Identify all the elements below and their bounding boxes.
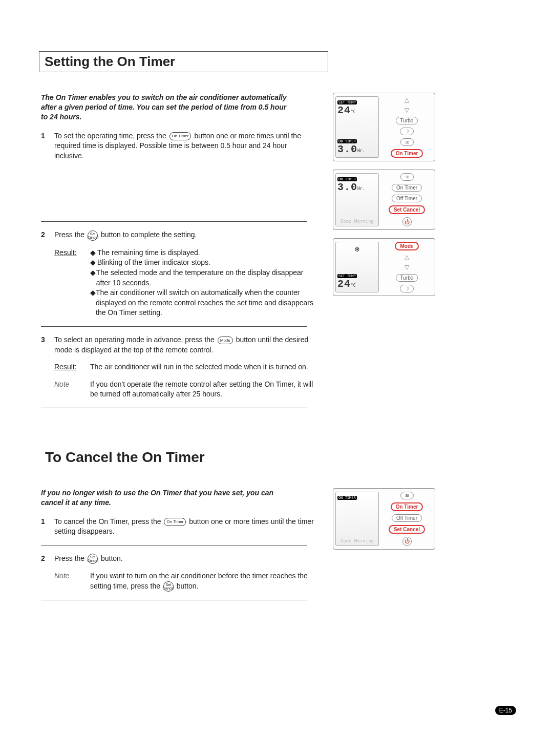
up-icon: △ — [405, 96, 409, 103]
step: 2 Press the Set Cancel button to complet… — [31, 230, 317, 318]
good-morning-label: Good Morning — [337, 538, 377, 543]
section-intro: The On Timer enables you to switch on th… — [41, 93, 287, 122]
result-label: Result: — [54, 362, 90, 372]
lcd-timer-unit: Hr. — [357, 149, 365, 153]
diamond-icon: ◆ — [90, 248, 97, 258]
step-text: button to complete the setting. — [101, 230, 197, 239]
page-number-badge: E-15 — [495, 706, 516, 715]
on-timer-button: On Timer — [392, 184, 422, 192]
divider — [41, 545, 307, 545]
step-number: 1 — [41, 517, 54, 537]
step-text: To cancel the On Timer, press the — [54, 517, 163, 526]
illustration-column: ON TIMER Good Morning ≋ On Timer Off Tim… — [333, 488, 435, 608]
lcd-temp-unit: °C — [351, 283, 356, 288]
illustration-column: SET TEMP 24°C ON TIMER 3.0Hr. △ ▽ Turbo … — [333, 93, 435, 416]
lcd-temp: 24 — [337, 104, 351, 116]
good-morning-label: Good Morning — [337, 219, 377, 224]
step-number: 2 — [41, 554, 54, 592]
step: 1 To cancel the On Timer, press the On T… — [31, 517, 317, 537]
result-item: Blinking of the timer indicator stops. — [97, 258, 210, 268]
air-swing-icon: ≋ — [400, 492, 414, 499]
step: 3 To select an operating mode in advance… — [31, 335, 317, 400]
mode-button-highlight: Mode — [395, 242, 418, 250]
step: 1 To set the operating time, press the O… — [31, 131, 317, 161]
on-timer-button-icon: On Timer — [164, 518, 186, 526]
section-title-bar: Setting the On Timer — [39, 51, 328, 72]
step-text: To select an operating mode in advance, … — [54, 335, 217, 344]
off-timer-button: Off Timer — [392, 514, 422, 522]
step-text: To set the operating time, press the — [54, 132, 168, 140]
note-label: Note — [54, 571, 90, 592]
note-text: If you don't operate the remote control … — [90, 380, 317, 400]
section-intro: If you no longer wish to use the On Time… — [41, 488, 287, 508]
step-text: button. — [101, 554, 123, 562]
lcd-temp-unit: °C — [351, 110, 356, 114]
power-icon: ⏻ — [402, 537, 412, 546]
on-timer-button-highlight: On Timer — [391, 502, 423, 511]
section-title-bar: To Cancel the On Timer — [39, 447, 328, 468]
section-title: To Cancel the On Timer — [45, 449, 323, 466]
result-text: The air conditioner will run in the sele… — [90, 362, 317, 372]
result-label: Result: — [54, 248, 90, 318]
instructions-column: If you no longer wish to use the On Time… — [31, 488, 317, 608]
step-number: 2 — [41, 230, 54, 318]
remote-illustration: ON TIMER Good Morning ≋ On Timer Off Tim… — [333, 488, 435, 550]
result-item: The air conditioner will switch on autom… — [96, 288, 317, 318]
on-timer-tag: ON TIMER — [337, 496, 357, 500]
turbo-button: Turbo — [396, 117, 418, 124]
step-text: Press the — [54, 230, 87, 239]
step-number: 3 — [41, 335, 54, 400]
section-title: Setting the On Timer — [45, 54, 323, 70]
lcd-timer-unit: Hr. — [357, 186, 365, 191]
step: 2 Press the Set Cancel button. Note If y… — [31, 554, 317, 592]
instructions-column: The On Timer enables you to switch on th… — [31, 93, 317, 416]
remote-lcd: ❄ SET TEMP 24°C — [335, 242, 379, 292]
remote-lcd: SET TEMP 24°C ON TIMER 3.0Hr. — [335, 96, 379, 158]
mode-button-icon: Mode — [218, 337, 233, 344]
diamond-icon: ◆ — [90, 268, 96, 288]
sleep-icon: ☽ — [400, 285, 414, 292]
sleep-icon: ☽ — [400, 128, 414, 135]
result-item: The remaining time is displayed. — [97, 248, 200, 258]
remote-illustration: ON TIMER 3.0Hr. Good Morning ≋ On Timer … — [333, 170, 435, 230]
lcd-timer: 3.0 — [337, 143, 357, 155]
set-cancel-button-highlight: Set Cancel — [389, 205, 425, 214]
on-timer-button-highlight: On Timer — [391, 149, 423, 158]
on-timer-tag: ON TIMER — [337, 139, 357, 143]
lcd-temp: 24 — [337, 278, 351, 290]
lcd-timer: 3.0 — [337, 181, 357, 193]
off-timer-button: Off Timer — [392, 195, 422, 202]
diamond-icon: ◆ — [90, 288, 96, 318]
remote-lcd: ON TIMER 3.0Hr. Good Morning — [335, 173, 379, 226]
remote-illustration: SET TEMP 24°C ON TIMER 3.0Hr. △ ▽ Turbo … — [333, 93, 435, 161]
set-cancel-button-icon: Set Cancel — [88, 554, 98, 564]
on-timer-button-icon: On Timer — [169, 132, 192, 140]
air-swing-icon: ≋ — [400, 138, 414, 146]
power-icon: ⏻ — [402, 217, 412, 226]
diamond-icon: ◆ — [90, 258, 97, 268]
step-text: Press the — [54, 554, 87, 562]
set-cancel-button-icon: Set Cancel — [88, 230, 98, 241]
set-cancel-button-highlight: Set Cancel — [389, 525, 425, 534]
divider — [41, 600, 307, 600]
divider — [41, 408, 307, 408]
turbo-button: Turbo — [396, 274, 418, 282]
remote-illustration: ❄ SET TEMP 24°C Mode △ ▽ Turbo ☽ — [333, 238, 435, 296]
down-icon: ▽ — [405, 107, 409, 114]
divider — [41, 221, 307, 222]
note-text: button. — [177, 582, 199, 590]
step-number: 1 — [41, 131, 54, 161]
set-cancel-button-icon: Set Cancel — [163, 581, 174, 592]
air-swing-icon: ≋ — [400, 173, 414, 181]
note-text: If you want to turn on the air condition… — [90, 572, 308, 590]
set-temp-tag: SET TEMP — [337, 274, 357, 278]
remote-lcd: ON TIMER Good Morning — [335, 492, 379, 546]
note-label: Note — [54, 380, 90, 400]
up-icon: △ — [405, 254, 409, 261]
on-timer-tag: ON TIMER — [337, 177, 357, 181]
down-icon: ▽ — [405, 264, 409, 271]
snowflake-icon: ❄ — [337, 244, 377, 254]
divider — [41, 326, 307, 327]
result-item: The selected mode and the temperature on… — [96, 268, 317, 288]
set-temp-tag: SET TEMP — [337, 100, 357, 104]
